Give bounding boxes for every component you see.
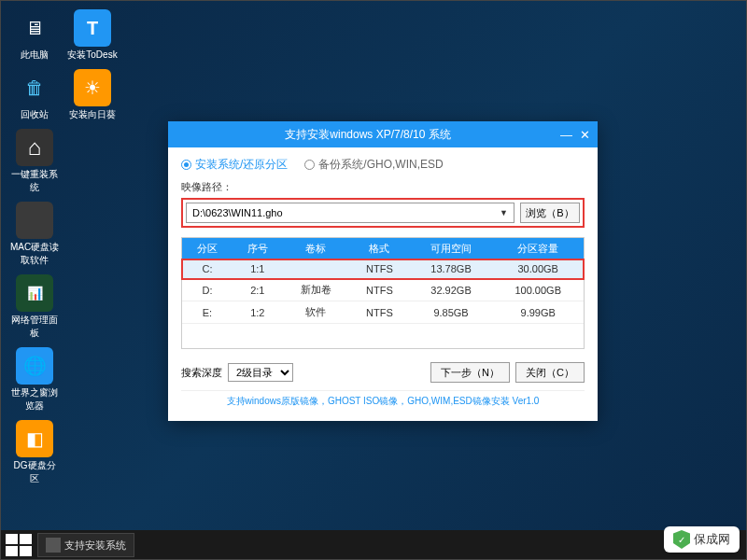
mode-radios: 安装系统/还原分区 备份系统/GHO,WIN,ESD — [181, 157, 585, 173]
depth-label: 搜索深度 — [181, 366, 222, 380]
network-icon — [16, 274, 53, 312]
version-text: 支持windows原版镜像，GHOST ISO镜像，GHO,WIM,ESD镜像安… — [181, 390, 585, 415]
partition-icon — [16, 420, 53, 457]
icon-network-panel[interactable]: 网络管理面板 — [9, 274, 60, 340]
globe-icon — [16, 347, 53, 385]
disk-icon — [16, 202, 53, 239]
taskbar: 支持安装系统 — [0, 530, 747, 560]
radio-install[interactable]: 安装系统/还原分区 — [181, 157, 288, 173]
browse-button[interactable]: 浏览（B） — [520, 203, 580, 223]
house-icon — [16, 129, 53, 166]
table-row[interactable]: D:2:1新加卷NTFS32.92GB100.00GB — [182, 279, 584, 301]
icon-reinstall[interactable]: 一键重装系统 — [9, 129, 60, 194]
install-dialog: 支持安装windows XP/7/8/10 系统 — ✕ 安装系统/还原分区 备… — [168, 121, 598, 421]
radio-dot-icon — [181, 160, 191, 170]
search-depth-select[interactable]: 2级目录 — [228, 363, 293, 382]
start-button[interactable] — [6, 534, 32, 556]
dialog-footer: 搜索深度 2级目录 下一步（N） 关闭（C） — [181, 358, 585, 390]
titlebar[interactable]: 支持安装windows XP/7/8/10 系统 — ✕ — [168, 121, 598, 147]
todesk-icon: T — [74, 9, 111, 47]
close-button[interactable]: 关闭（C） — [515, 362, 585, 383]
window-controls: — ✕ — [560, 128, 590, 142]
table-header: 分区 序号 卷标 格式 可用空间 分区容量 — [182, 238, 584, 259]
table-row[interactable]: E:1:2软件NTFS9.85GB9.99GB — [182, 301, 584, 324]
icon-this-pc[interactable]: 此电脑 — [9, 9, 60, 62]
partition-table: 分区 序号 卷标 格式 可用空间 分区容量 C:1:1NTFS13.78GB30… — [181, 237, 585, 349]
icon-mac-disk[interactable]: MAC硬盘读取软件 — [9, 202, 60, 267]
icon-dg-partition[interactable]: DG硬盘分区 — [9, 420, 60, 485]
dialog-title: 支持安装windows XP/7/8/10 系统 — [176, 127, 560, 143]
minimize-icon[interactable]: — — [560, 128, 572, 142]
pc-icon — [16, 9, 53, 47]
close-icon[interactable]: ✕ — [580, 128, 590, 142]
path-label: 映像路径： — [181, 180, 585, 194]
watermark: ✓ 保成网 — [664, 526, 740, 553]
next-button[interactable]: 下一步（N） — [430, 362, 510, 383]
path-row-highlight: D:\0623\WIN11.gho 浏览（B） — [181, 198, 585, 228]
dialog-body: 安装系统/还原分区 备份系统/GHO,WIN,ESD 映像路径： D:\0623… — [168, 147, 598, 421]
icon-todesk[interactable]: T安装ToDesk — [67, 9, 118, 62]
image-path-select[interactable]: D:\0623\WIN11.gho — [186, 203, 514, 223]
radio-dot-icon — [304, 160, 315, 170]
desktop: 此电脑 T安装ToDesk 回收站 安装向日葵 一键重装系统 MAC硬盘读取软件… — [0, 0, 747, 560]
taskbar-item[interactable]: 支持安装系统 — [37, 533, 134, 557]
icon-recycle-bin[interactable]: 回收站 — [9, 69, 60, 121]
icon-browser[interactable]: 世界之窗浏览器 — [9, 347, 60, 413]
trash-icon — [16, 69, 53, 106]
icon-sunlogin[interactable]: 安装向日葵 — [67, 69, 118, 121]
radio-backup[interactable]: 备份系统/GHO,WIN,ESD — [304, 157, 443, 173]
sun-icon — [74, 69, 111, 106]
table-row[interactable]: C:1:1NTFS13.78GB30.00GB — [182, 259, 584, 279]
desktop-icons: 此电脑 T安装ToDesk 回收站 安装向日葵 一键重装系统 MAC硬盘读取软件… — [9, 9, 121, 485]
shield-icon: ✓ — [673, 530, 690, 549]
app-icon — [46, 538, 61, 553]
